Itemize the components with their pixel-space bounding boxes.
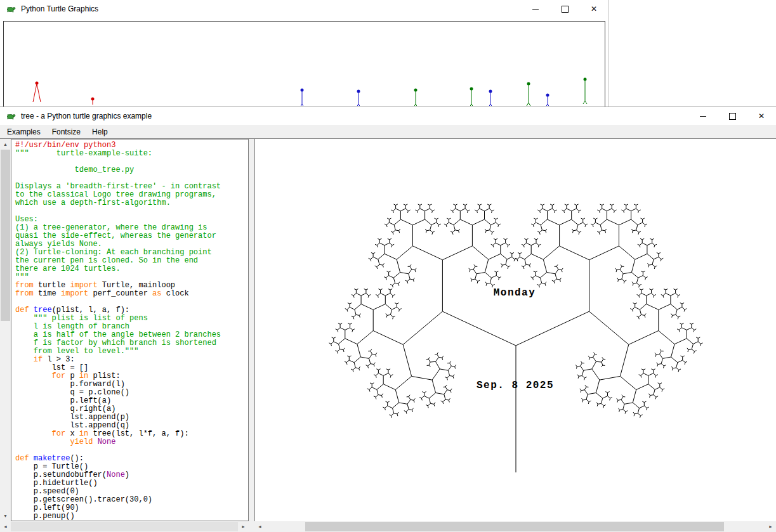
maximize-button[interactable] xyxy=(550,0,579,18)
fractal-tree xyxy=(329,204,703,472)
turtle-icon xyxy=(6,4,16,14)
turtle-icon xyxy=(6,111,16,121)
scroll-right-arrow-icon[interactable]: ► xyxy=(238,521,249,532)
menu-fontsize[interactable]: Fontsize xyxy=(46,126,86,138)
code-line: which use a depth-first-algorithm. xyxy=(15,199,248,207)
code-line: there are 1024 turtles. xyxy=(15,265,248,273)
scroll-left-arrow-icon[interactable]: ◄ xyxy=(0,521,11,532)
close-button[interactable]: ✕ xyxy=(579,0,608,18)
canvas-text-weekday: Monday xyxy=(494,287,536,299)
maximize-icon xyxy=(729,113,736,120)
menu-help[interactable]: Help xyxy=(86,126,114,138)
menu-examples[interactable]: Examples xyxy=(1,126,46,138)
close-icon: ✕ xyxy=(758,112,765,120)
minimize-button[interactable] xyxy=(521,0,550,18)
code-line: tdemo_tree.py xyxy=(15,166,248,174)
code-horizontal-scrollbar[interactable]: ◄ ► xyxy=(0,521,249,532)
turtle-figures xyxy=(4,22,605,106)
minimize-icon xyxy=(700,116,706,117)
pane-divider xyxy=(249,139,254,532)
code-viewer[interactable]: #!/usr/bin/env python3""" turtle-example… xyxy=(11,139,249,521)
window-controls: ✕ xyxy=(688,107,776,125)
turtle-graphics-titlebar[interactable]: Python Turtle Graphics ✕ xyxy=(0,0,608,18)
close-icon: ✕ xyxy=(591,5,597,13)
desktop: Python Turtle Graphics ✕ tree - a Python… xyxy=(0,0,776,532)
code-line xyxy=(15,207,248,216)
code-vertical-scrollbar[interactable]: ▲ ▼ xyxy=(0,139,11,521)
horizontal-scroll-thumb[interactable] xyxy=(305,522,724,531)
turtle-graphics-canvas xyxy=(3,21,605,107)
close-button[interactable]: ✕ xyxy=(747,107,776,125)
turtle-graphics-window: Python Turtle Graphics ✕ xyxy=(0,0,609,107)
window-title: tree - a Python turtle graphics example xyxy=(21,112,152,120)
maximize-icon xyxy=(562,6,569,13)
window-title: Python Turtle Graphics xyxy=(21,4,98,13)
scroll-down-arrow-icon[interactable]: ▼ xyxy=(0,510,11,521)
canvas-horizontal-scrollbar[interactable]: ◄ ► xyxy=(254,521,776,532)
minimize-icon xyxy=(532,9,539,10)
scroll-left-arrow-icon[interactable]: ◄ xyxy=(254,521,265,532)
code-line: """ turtle-example-suite: xyxy=(15,150,248,158)
turtle-canvas: Monday Sep. 8 2025 xyxy=(254,139,776,521)
code-line: from time import perf_counter as clock xyxy=(15,290,248,298)
tree-demo-window: tree - a Python turtle graphics example … xyxy=(0,107,776,532)
scroll-up-arrow-icon[interactable]: ▲ xyxy=(0,139,11,150)
window-content: ▲ ▼ #!/usr/bin/env python3""" turtle-exa… xyxy=(0,139,776,532)
menubar: Examples Fontsize Help xyxy=(0,125,776,139)
window-controls: ✕ xyxy=(521,0,608,18)
horizontal-scroll-thumb[interactable] xyxy=(11,522,238,531)
canvas-text-date: Sep. 8 2025 xyxy=(477,380,554,391)
scroll-right-arrow-icon[interactable]: ► xyxy=(765,521,776,532)
vertical-scroll-thumb[interactable] xyxy=(1,150,10,321)
maximize-button[interactable] xyxy=(718,107,747,125)
tree-drawing: Monday Sep. 8 2025 xyxy=(255,139,776,521)
tree-demo-titlebar[interactable]: tree - a Python turtle graphics example … xyxy=(0,107,776,125)
code-line: yield None xyxy=(15,438,248,446)
minimize-button[interactable] xyxy=(688,107,718,125)
